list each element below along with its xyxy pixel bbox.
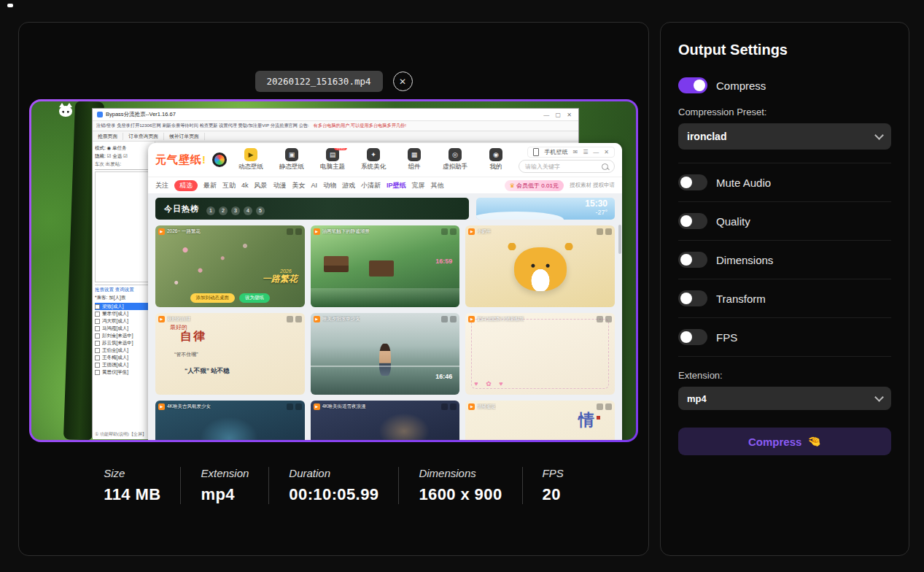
passenger-row[interactable]: 冯大双[成人] (95, 317, 152, 325)
nav-item[interactable]: ▣ 静态壁纸 (275, 148, 308, 171)
train-list-box[interactable] (95, 171, 152, 282)
category-item[interactable]: 宽屏 (412, 181, 425, 190)
passenger-row[interactable]: 董孝华[成人] (95, 310, 152, 317)
passenger-row[interactable]: 王伯全[成人] (95, 347, 152, 354)
wallpaper-card[interactable]: ▶ 4K唯美古风银发少女 (155, 401, 305, 440)
download-icon[interactable] (441, 228, 448, 235)
add-to-desktop-button[interactable]: 添加到动态桌面 (190, 293, 236, 303)
setting-toggle[interactable] (678, 252, 707, 268)
category-item[interactable]: 精选 (174, 180, 198, 191)
download-icon[interactable] (287, 403, 293, 410)
checkbox-icon[interactable] (95, 326, 100, 331)
category-item[interactable]: 风景 (255, 181, 268, 190)
set-wallpaper-button[interactable]: 设为壁纸 (239, 293, 270, 303)
nav-item[interactable]: ◎ 虚拟助手 (438, 148, 472, 171)
ticket-footer-help[interactable]: ① 功能帮助(说明)【全屏】 (95, 431, 147, 438)
video-preview-frame[interactable]: Bypass分流抢票--Ver1.16.67 — ▢ ✕ 注销/登录 免登录打开… (29, 99, 638, 442)
download-icon[interactable] (597, 316, 603, 322)
ticket-menubar[interactable]: 注销/登录 免登录打开12306官网 刷新余票等待时间 检查更新 设置代理 赞助… (93, 121, 578, 131)
wallpaper-card[interactable]: ▶ 情绪鉴定 (465, 401, 615, 440)
compress-toggle[interactable] (678, 77, 707, 93)
nav-item[interactable]: ▤特惠 电脑主题 (316, 148, 349, 171)
passenger-row[interactable]: 梁致[成人] (95, 303, 152, 310)
category-item[interactable]: 小清新 (361, 181, 381, 190)
category-item[interactable]: 互助 (222, 181, 236, 190)
favorite-icon[interactable] (295, 316, 302, 322)
favorite-icon[interactable] (605, 228, 612, 235)
favorite-icon[interactable] (450, 316, 457, 322)
passenger-row[interactable]: 马鸿霞[成人] (95, 325, 152, 332)
passenger-row[interactable]: 苏云筑[未选中] (95, 339, 152, 347)
header-links[interactable]: 授权素材 授权申请 (570, 182, 615, 189)
checkbox-icon[interactable] (95, 304, 100, 309)
nav-item[interactable]: ◉ 我的 (479, 148, 513, 171)
minimize-icon[interactable]: — (593, 149, 599, 155)
close-window-icon[interactable]: ✕ (604, 149, 609, 155)
preset-select[interactable]: ironclad (678, 123, 891, 150)
setting-toggle[interactable] (678, 290, 707, 306)
mail-icon[interactable]: ✉ (572, 149, 578, 155)
wallpaper-card[interactable]: ▶ 唯美夕阳水中少女 16:46 (311, 313, 460, 395)
setting-toggle[interactable] (678, 174, 707, 190)
category-item[interactable]: 动漫 (273, 181, 287, 190)
wallpaper-card[interactable]: ▶ 最好的自律 最好的 (155, 313, 305, 395)
scrollbar-thumb[interactable] (618, 225, 621, 254)
wallpaper-card[interactable]: ▶ 油画笔触下的静谧湖景 16:59 (311, 225, 460, 307)
category-item[interactable]: 其他 (431, 181, 444, 190)
checkbox-icon[interactable] (95, 319, 100, 324)
wallpaper-card[interactable]: ▶ 2026~ 一路繁花 一路繁花 2026 (155, 225, 305, 307)
passenger-row[interactable]: 王冬梅[成人] (95, 354, 152, 361)
category-item[interactable]: 4k (241, 182, 249, 189)
passenger-row[interactable]: 王德强[成人] (95, 361, 152, 368)
compress-button[interactable]: Compress 🤏 (678, 428, 891, 455)
category-item[interactable]: 最新 (203, 181, 217, 190)
setting-toggle[interactable] (678, 213, 707, 229)
favorite-icon[interactable] (295, 228, 302, 235)
favorite-icon[interactable] (450, 228, 457, 235)
passenger-row[interactable]: 黄思仪[学生] (95, 368, 152, 376)
ticket-tab[interactable]: 抢票页面 (93, 133, 123, 140)
wallpaper-card[interactable]: ▶ 小奶牛 (465, 225, 615, 307)
download-icon[interactable] (287, 228, 293, 235)
checkbox-icon[interactable] (95, 355, 100, 360)
wallpaper-card[interactable]: ▶ 奶白治愈系小清新贴纸 (465, 313, 615, 395)
checkbox-icon[interactable] (95, 370, 100, 375)
favorite-icon[interactable] (605, 316, 612, 322)
ticket-tab[interactable]: 订单查询页面 (123, 133, 164, 140)
nav-item[interactable]: ✦ 系统美化 (357, 148, 390, 171)
favorite-icon[interactable] (450, 403, 457, 410)
category-item[interactable]: 美女 (292, 181, 306, 190)
nav-item[interactable]: ▶ 动态壁纸 (234, 148, 268, 171)
settings-tabs-label[interactable]: 抢票设置 查询设置 (95, 285, 152, 293)
member-promo-badge[interactable]: 会员低于 0.01元 (505, 180, 564, 191)
category-item[interactable]: 游戏 (342, 181, 355, 190)
remove-video-button[interactable]: ✕ (393, 72, 413, 91)
phone-wallpaper-button[interactable]: 手机壁纸 (544, 148, 567, 156)
wallpaper-card[interactable]: ▶ 4K唯美街道雪夜浪漫 (311, 401, 460, 440)
hot-ranking-banner[interactable]: 今日热榜 12345 (155, 198, 469, 220)
weather-widget-banner[interactable]: 15:30 -27° (476, 198, 615, 220)
checkbox-icon[interactable] (95, 333, 100, 339)
download-icon[interactable] (441, 316, 448, 322)
favorite-icon[interactable] (295, 403, 302, 410)
mode-row[interactable]: 模式: ◉ 单任务 (95, 145, 152, 152)
wallpaper-search-input[interactable]: 请输入关键字 (519, 160, 615, 173)
hide-row[interactable]: 隐藏: ☑ 全选 ☑ (95, 153, 152, 160)
checkbox-icon[interactable] (95, 312, 100, 317)
category-item[interactable]: AI (311, 182, 318, 189)
download-icon[interactable] (597, 403, 603, 410)
category-item[interactable]: IP壁纸 (387, 181, 406, 190)
passenger-row[interactable]: 彭刘金[未选中] (95, 332, 152, 339)
window-controls-icons[interactable]: — ▢ ✕ (543, 112, 574, 118)
checkbox-icon[interactable] (95, 363, 100, 368)
download-icon[interactable] (441, 403, 448, 410)
download-icon[interactable] (287, 316, 293, 322)
category-item[interactable]: 动物 (323, 181, 336, 190)
checkbox-icon[interactable] (95, 348, 100, 353)
category-item[interactable]: 关注 (155, 181, 168, 190)
setting-toggle[interactable] (678, 329, 707, 345)
ticket-tab[interactable]: 候补订单页面 (164, 133, 205, 140)
checkbox-icon[interactable] (95, 341, 100, 346)
extension-select[interactable]: mp4 (678, 387, 891, 410)
download-icon[interactable] (597, 228, 603, 235)
